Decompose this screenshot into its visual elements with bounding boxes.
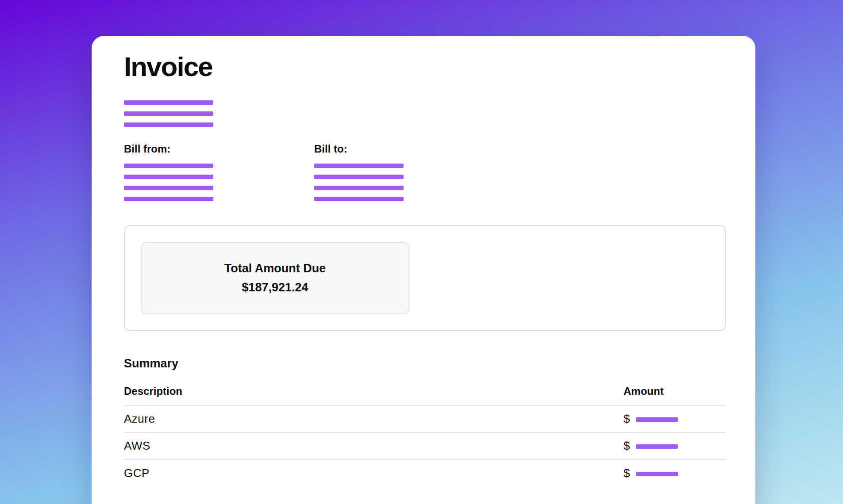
billing-section: Bill from: Bill to: bbox=[124, 142, 726, 208]
row-amount-cell: $ bbox=[624, 412, 726, 426]
summary-table: Description Amount Azure $ AWS $ GCP $ bbox=[124, 385, 726, 487]
redacted-amount-bar bbox=[636, 417, 678, 422]
redacted-text-bar bbox=[124, 111, 213, 116]
invoice-title: Invoice bbox=[124, 52, 726, 82]
table-row: GCP $ bbox=[124, 460, 726, 487]
bill-to-section: Bill to: bbox=[314, 142, 504, 208]
table-row: Azure $ bbox=[124, 406, 726, 433]
bill-from-section: Bill from: bbox=[124, 142, 314, 208]
total-due-panel: Total Amount Due $187,921.24 bbox=[141, 242, 409, 314]
table-row: AWS $ bbox=[124, 433, 726, 460]
total-due-amount: $187,921.24 bbox=[242, 281, 308, 294]
column-header-description: Description bbox=[124, 385, 624, 397]
redacted-text-bar bbox=[124, 100, 213, 105]
row-description: AWS bbox=[124, 439, 624, 453]
invoice-card: Invoice Bill from: Bill to: Total Amount… bbox=[92, 36, 755, 504]
total-due-label: Total Amount Due bbox=[224, 262, 326, 275]
redacted-text-bar bbox=[124, 197, 213, 201]
total-due-container: Total Amount Due $187,921.24 bbox=[124, 225, 726, 331]
summary-table-header: Description Amount bbox=[124, 385, 726, 406]
bill-from-placeholder bbox=[124, 164, 314, 201]
redacted-text-bar bbox=[124, 164, 213, 168]
redacted-text-bar bbox=[314, 175, 404, 179]
bill-to-label: Bill to: bbox=[314, 142, 504, 155]
row-description: Azure bbox=[124, 412, 624, 426]
redacted-amount-bar bbox=[636, 444, 678, 449]
invoice-meta-placeholder bbox=[124, 100, 726, 127]
redacted-text-bar bbox=[124, 175, 213, 179]
redacted-amount-bar bbox=[636, 472, 678, 476]
bill-from-label: Bill from: bbox=[124, 142, 314, 155]
redacted-text-bar bbox=[314, 197, 404, 201]
row-amount-cell: $ bbox=[624, 439, 726, 453]
redacted-text-bar bbox=[314, 186, 404, 190]
summary-heading: Summary bbox=[124, 356, 726, 370]
row-description: GCP bbox=[124, 466, 624, 480]
redacted-text-bar bbox=[314, 164, 404, 168]
bill-to-placeholder bbox=[314, 164, 504, 201]
currency-symbol: $ bbox=[624, 412, 630, 426]
redacted-text-bar bbox=[124, 186, 213, 190]
redacted-text-bar bbox=[124, 122, 213, 127]
column-header-amount: Amount bbox=[624, 385, 726, 397]
row-amount-cell: $ bbox=[624, 466, 726, 480]
currency-symbol: $ bbox=[624, 466, 630, 480]
currency-symbol: $ bbox=[624, 439, 630, 453]
